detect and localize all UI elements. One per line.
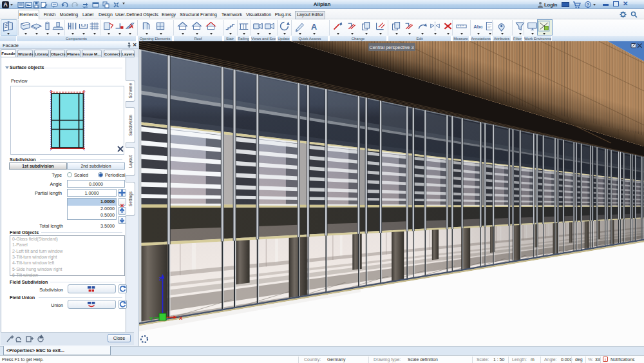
svg-text:Central perspective 3: Central perspective 3: [370, 44, 414, 50]
svg-text:X: X: [179, 315, 183, 321]
svg-text:A: A: [311, 22, 317, 32]
svg-text:Z: Z: [159, 276, 162, 282]
svg-text:Abc: Abc: [473, 24, 483, 30]
svg-text:Y: Y: [149, 316, 153, 322]
